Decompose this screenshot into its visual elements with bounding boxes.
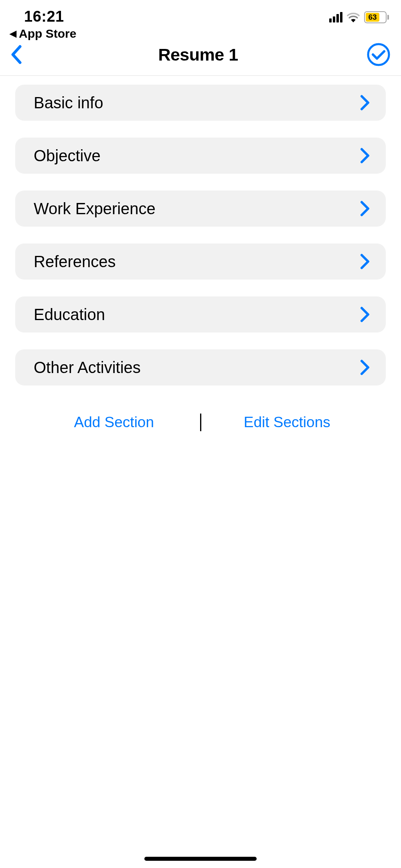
chevron-right-icon	[358, 201, 372, 216]
svg-point-0	[368, 44, 389, 65]
breadcrumb-app-store[interactable]: ◀ App Store	[10, 27, 76, 41]
battery-indicator: 63	[364, 11, 389, 23]
cellular-signal-icon	[329, 12, 342, 22]
breadcrumb-label: App Store	[19, 27, 76, 41]
back-button[interactable]	[10, 45, 30, 64]
chevron-right-icon	[358, 307, 372, 322]
done-button[interactable]	[367, 43, 391, 67]
section-item-basic-info[interactable]: Basic info	[15, 85, 386, 121]
section-item-objective[interactable]: Objective	[15, 138, 386, 174]
add-section-button[interactable]: Add Section	[31, 414, 197, 431]
section-label: References	[34, 253, 116, 271]
edit-sections-button[interactable]: Edit Sections	[205, 414, 370, 431]
page-title: Resume 1	[30, 45, 367, 65]
section-label: Education	[34, 306, 105, 324]
chevron-right-icon	[358, 254, 372, 269]
back-triangle-icon: ◀	[10, 28, 16, 39]
section-label: Work Experience	[34, 200, 156, 218]
status-bar: 16:21 ◀ App Store 63	[0, 0, 401, 37]
chevron-right-icon	[358, 148, 372, 163]
section-item-education[interactable]: Education	[15, 296, 386, 333]
section-item-other-activities[interactable]: Other Activities	[15, 349, 386, 385]
nav-bar: Resume 1	[0, 37, 401, 76]
chevron-right-icon	[358, 360, 372, 375]
section-label: Other Activities	[34, 359, 141, 377]
wifi-icon	[346, 12, 360, 22]
sections-list: Basic info Objective Work Experience Ref…	[0, 76, 401, 440]
battery-level: 63	[366, 13, 379, 22]
section-item-references[interactable]: References	[15, 243, 386, 280]
checkmark-circle-icon	[367, 43, 391, 67]
section-item-work-experience[interactable]: Work Experience	[15, 191, 386, 227]
divider	[200, 414, 201, 431]
chevron-left-icon	[10, 45, 22, 64]
chevron-right-icon	[358, 95, 372, 110]
status-left: 16:21 ◀ App Store	[24, 8, 76, 41]
section-label: Objective	[34, 147, 101, 165]
section-actions: Add Section Edit Sections	[15, 402, 386, 431]
home-indicator[interactable]	[144, 857, 257, 861]
status-time: 16:21	[24, 8, 76, 25]
status-right: 63	[329, 8, 389, 23]
section-label: Basic info	[34, 94, 103, 112]
